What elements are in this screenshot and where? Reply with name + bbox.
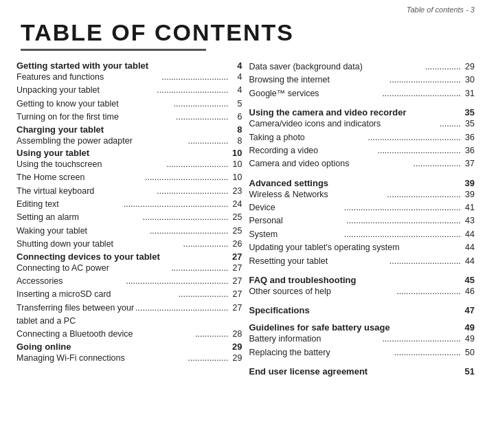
toc-item: Device .................................… [249, 201, 475, 214]
toc-item: The Home screen ........................… [16, 171, 242, 184]
title-underline [21, 49, 206, 51]
toc-section-heading: Connecting devices to your tablet27 [16, 251, 242, 262]
toc-section-heading: Using your tablet10 [16, 148, 242, 158]
toc-item: Resetting your tablet ..................… [249, 255, 475, 268]
toc-section-heading: Specifications47 [249, 305, 475, 315]
toc-section-heading: Guidelines for safe battery usage49 [249, 322, 475, 333]
toc-item: Connecting a Bluetooth device ..........… [16, 328, 242, 341]
toc-item: Shutting down your tablet ..............… [16, 238, 242, 251]
toc-item: System .................................… [249, 228, 475, 241]
toc-item: Camera/video icons and indicators ......… [249, 117, 475, 131]
title-area: TABLE OF CONTENTS [0, 15, 487, 51]
toc-item: Unpacking your tablet ..................… [16, 84, 242, 97]
toc-item: Browsing the internet ..................… [249, 74, 475, 87]
toc-columns: Getting started with your tablet4Feature… [0, 60, 487, 377]
page-number: Table of contents - 3 [407, 5, 475, 14]
toc-item: Waking your tablet .....................… [16, 225, 242, 238]
toc-item: Recording a video ......................… [249, 144, 475, 157]
toc-right-column: Data saver (background data) ...........… [249, 60, 475, 377]
page-number-area: Table of contents - 3 [0, 0, 487, 15]
toc-section-heading: Advanced settings39 [249, 178, 475, 188]
toc-section-heading: Getting started with your tablet4 [16, 60, 242, 71]
toc-item: Data saver (background data) ...........… [249, 60, 475, 74]
toc-section-heading: Using the camera and video recorder35 [249, 107, 475, 117]
toc-item: The virtual keyboard ...................… [16, 185, 242, 198]
toc-item: Setting an alarm .......................… [16, 211, 242, 224]
toc-item: Replacing the battery ..................… [249, 346, 475, 359]
toc-section-heading: Going online29 [16, 341, 242, 352]
toc-item: Accessories ............................… [16, 275, 242, 288]
toc-item: Google™ services .......................… [249, 87, 475, 100]
toc-item: Editing text ...........................… [16, 198, 242, 211]
toc-item: Taking a photo .........................… [249, 131, 475, 144]
toc-item: Other sources of help ..................… [249, 285, 475, 298]
toc-item: Assembling the power adapter ...........… [16, 135, 242, 148]
toc-item: Features and functions .................… [16, 71, 242, 84]
toc-item: Wireless & Networks ....................… [249, 188, 475, 201]
toc-item: Inserting a microSD card ...............… [16, 288, 242, 301]
toc-item: Connecting to AC power .................… [16, 262, 242, 275]
toc-item: Battery information ....................… [249, 333, 475, 346]
toc-section-heading: Charging your tablet8 [16, 124, 242, 135]
toc-section-heading: FAQ and troubleshooting45 [249, 275, 475, 285]
main-title: TABLE OF CONTENTS [21, 19, 466, 46]
toc-item: Managing Wi-Fi connections .............… [16, 352, 242, 365]
toc-item: Turning on for the first time ..........… [16, 111, 242, 124]
toc-item: Using the touchscreen ..................… [16, 158, 242, 171]
toc-item: Camera and video options ...............… [249, 157, 475, 170]
toc-item: Transferring files between your tablet a… [16, 302, 242, 328]
toc-section-heading: End user license agreement51 [249, 366, 475, 377]
toc-item: Updating your tablet's operating system … [249, 241, 475, 254]
toc-item: Getting to know your tablet ............… [16, 98, 242, 111]
toc-left-column: Getting started with your tablet4Feature… [16, 60, 242, 377]
toc-item: Personal ...............................… [249, 214, 475, 227]
